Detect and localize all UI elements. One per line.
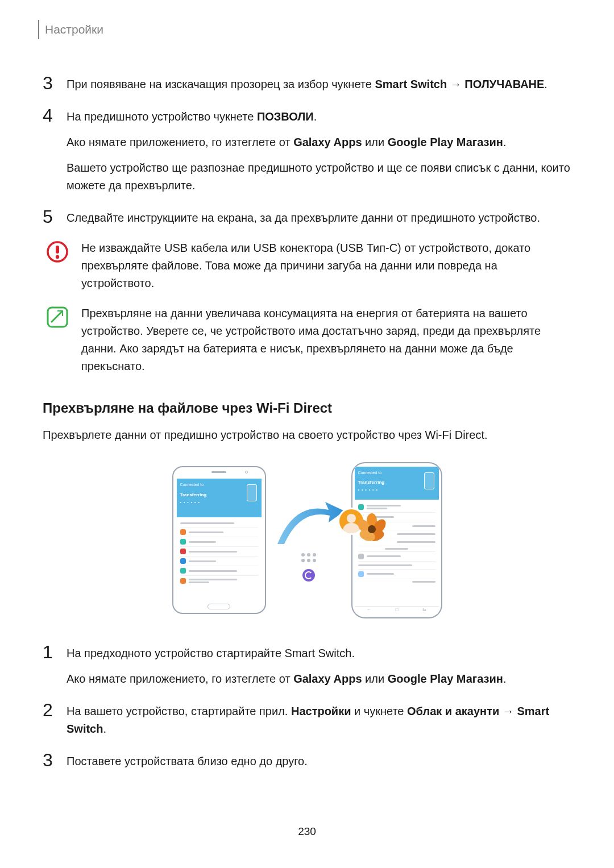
- text-fragment: Ако нямате приложението, го изтеглете от: [67, 136, 293, 148]
- step-text: На предишното устройство чукнете ПОЗВОЛИ…: [67, 108, 571, 126]
- step-body: На предходното устройство стартирайте Sm…: [67, 642, 571, 688]
- info-text: Прехвърляне на данни увеличава консумаци…: [81, 305, 571, 375]
- step-4-top: 4 На предишното устройство чукнете ПОЗВО…: [43, 106, 571, 194]
- step-2-bottom: 2 На вашето устройство, стартирайте прил…: [43, 700, 571, 738]
- svg-rect-1: [56, 246, 59, 254]
- list-item: [358, 579, 435, 584]
- svg-point-9: [368, 525, 376, 533]
- hdr-title: Transferring: [180, 492, 258, 499]
- step-text: На вашето устройство, стартирайте прил. …: [67, 703, 571, 738]
- step-body: На предишното устройство чукнете ПОЗВОЛИ…: [67, 106, 571, 194]
- list-item: [358, 546, 435, 552]
- step-text: При появяване на изскачащия прозорец за …: [67, 76, 571, 93]
- text-fragment: .: [503, 672, 507, 685]
- text-fragment: или: [362, 136, 388, 148]
- nav-back-icon: ←: [367, 607, 371, 613]
- screen-list: [177, 517, 262, 588]
- list-item: [180, 537, 258, 547]
- step-text: Вашето устройство ще разпознае предишнот…: [67, 159, 571, 194]
- arrow-glyph: →: [447, 78, 464, 90]
- step-number: 2: [43, 700, 67, 720]
- transfer-illustration: Connected to Transferring • • • • • •: [43, 460, 571, 620]
- text-fragment: или: [362, 672, 388, 685]
- list-item: [180, 528, 258, 537]
- list-item: [180, 576, 258, 586]
- warning-note: Не изваждайте USB кабела или USB конекто…: [43, 239, 571, 292]
- step-text: Следвайте инструкциите на екрана, за да …: [67, 209, 571, 227]
- text-fragment: .: [103, 722, 106, 735]
- text-bold: Google Play Магазин: [388, 672, 503, 685]
- list-item: [180, 547, 258, 556]
- text-bold: Облак и акаунти: [407, 705, 499, 717]
- step-number: 1: [43, 642, 67, 662]
- page-number: 230: [298, 824, 316, 840]
- screen-header: Connected to Transferring • • • • • •: [177, 479, 262, 517]
- step-text: Поставете устройствата близо едно до дру…: [67, 753, 571, 770]
- text-fragment: и чукнете: [351, 705, 407, 717]
- warning-text: Не изваждайте USB кабела или USB конекто…: [81, 239, 571, 292]
- step-body: Следвайте инструкциите на екрана, за да …: [67, 207, 571, 227]
- list-item: [180, 566, 258, 576]
- text-bold: Google Play Магазин: [388, 136, 503, 148]
- step-3-top: 3 При появяване на изскачащия прозорец з…: [43, 73, 571, 93]
- list-item: [358, 502, 435, 513]
- info-note: Прехвърляне на данни увеличава консумаци…: [43, 305, 571, 375]
- arrow-icon: [272, 499, 346, 550]
- list-item: [358, 570, 435, 579]
- step-text: Ако нямате приложението, го изтеглете от…: [67, 134, 571, 151]
- dots-icon: [301, 553, 316, 562]
- text-bold: Galaxy Apps: [293, 136, 362, 148]
- step-body: При появяване на изскачащия прозорец за …: [67, 73, 571, 93]
- hdr-dots: • • • • • •: [180, 500, 258, 506]
- step-3-bottom: 3 Поставете устройствата близо едно до д…: [43, 750, 571, 770]
- step-number: 5: [43, 207, 67, 227]
- list-item: [180, 520, 258, 528]
- text-fragment: .: [544, 78, 547, 90]
- transfer-middle: [272, 499, 346, 582]
- section-intro: Прехвърлете данни от предишно устройство…: [43, 426, 571, 443]
- header-title: Настройки: [43, 20, 103, 39]
- svg-point-2: [56, 255, 59, 259]
- text-bold: Smart Switch: [375, 78, 447, 90]
- nav-bar: ← □ ⇆: [355, 606, 439, 614]
- phone-left-screen: Connected to Transferring • • • • • •: [177, 479, 262, 600]
- section-heading: Прехвърляне на файлове чрез Wi-Fi Direct: [43, 398, 571, 418]
- text-fragment: Ако нямате приложението, го изтеглете от: [67, 672, 293, 685]
- refresh-icon: [302, 569, 315, 582]
- text-fragment: На предишното устройство чукнете: [67, 110, 257, 123]
- text-fragment: .: [503, 136, 507, 148]
- step-5-top: 5 Следвайте инструкциите на екрана, за д…: [43, 207, 571, 227]
- page: Настройки 3 При появяване на изскачащия …: [0, 0, 614, 868]
- warning-icon: [46, 240, 69, 263]
- nav-recent-icon: ⇆: [422, 607, 426, 613]
- list-item: [358, 552, 435, 562]
- text-fragment: На вашето устройство, стартирайте прил.: [67, 705, 291, 717]
- nav-home-icon: □: [396, 607, 399, 613]
- step-number: 3: [43, 750, 67, 770]
- step-number: 3: [43, 73, 67, 93]
- text-fragment: .: [314, 110, 317, 123]
- text-bold: ПОЗВОЛИ: [257, 110, 314, 123]
- text-bold: Настройки: [291, 705, 351, 717]
- note-icon: [46, 306, 69, 329]
- text-bold: Galaxy Apps: [293, 672, 362, 685]
- phone-left: Connected to Transferring • • • • • •: [172, 466, 266, 614]
- list-item: [180, 556, 258, 566]
- phone-right-wrap: Connected to Transferring • • • • • •: [351, 462, 442, 618]
- text-bold: ПОЛУЧАВАНЕ: [464, 78, 544, 90]
- hdr-dots: • • • • • •: [358, 487, 435, 493]
- arrow-glyph: →: [499, 705, 517, 717]
- step-number: 4: [43, 106, 67, 126]
- text-fragment: При появяване на изскачащия прозорец за …: [67, 78, 375, 90]
- flower-icon: [356, 513, 388, 545]
- step-text: Ако нямате приложението, го изтеглете от…: [67, 670, 571, 688]
- step-1-bottom: 1 На предходното устройство стартирайте …: [43, 642, 571, 688]
- step-body: На вашето устройство, стартирайте прил. …: [67, 700, 571, 738]
- hdr-small: Connected to: [180, 482, 258, 488]
- step-text: На предходното устройство стартирайте Sm…: [67, 645, 571, 662]
- list-item: [358, 562, 435, 570]
- page-header: Настройки: [38, 20, 571, 39]
- step-body: Поставете устройствата близо едно до дру…: [67, 750, 571, 770]
- screen-header: Connected to Transferring • • • • • •: [355, 467, 439, 500]
